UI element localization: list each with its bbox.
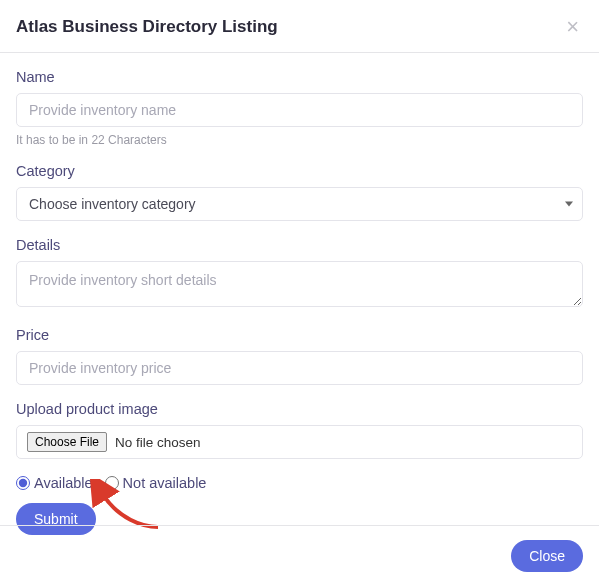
modal-body: Name It has to be in 22 Characters Categ… <box>0 53 599 551</box>
price-label: Price <box>16 327 583 343</box>
form-group-upload: Upload product image Choose File No file… <box>16 401 583 459</box>
file-status-text: No file chosen <box>115 435 201 450</box>
details-label: Details <box>16 237 583 253</box>
name-input[interactable] <box>16 93 583 127</box>
form-group-details: Details <box>16 237 583 311</box>
close-button[interactable]: Close <box>511 540 583 572</box>
form-group-name: Name It has to be in 22 Characters <box>16 69 583 147</box>
not-available-radio[interactable] <box>105 476 119 490</box>
choose-file-button[interactable]: Choose File <box>27 432 107 452</box>
category-label: Category <box>16 163 583 179</box>
available-label[interactable]: Available <box>34 475 93 491</box>
form-group-category: Category Choose inventory category <box>16 163 583 221</box>
file-input-wrap[interactable]: Choose File No file chosen <box>16 425 583 459</box>
form-group-price: Price <box>16 327 583 385</box>
category-select[interactable]: Choose inventory category <box>16 187 583 221</box>
modal-header: Atlas Business Directory Listing × <box>0 0 599 53</box>
available-radio[interactable] <box>16 476 30 490</box>
close-icon[interactable]: × <box>562 16 583 38</box>
availability-radio-group: Available Not available <box>16 475 583 491</box>
modal-title: Atlas Business Directory Listing <box>16 17 278 37</box>
category-select-wrap: Choose inventory category <box>16 187 583 221</box>
name-help-text: It has to be in 22 Characters <box>16 133 583 147</box>
price-input[interactable] <box>16 351 583 385</box>
not-available-label[interactable]: Not available <box>123 475 207 491</box>
details-textarea[interactable] <box>16 261 583 307</box>
modal-footer: Close <box>0 525 599 586</box>
name-label: Name <box>16 69 583 85</box>
upload-label: Upload product image <box>16 401 583 417</box>
